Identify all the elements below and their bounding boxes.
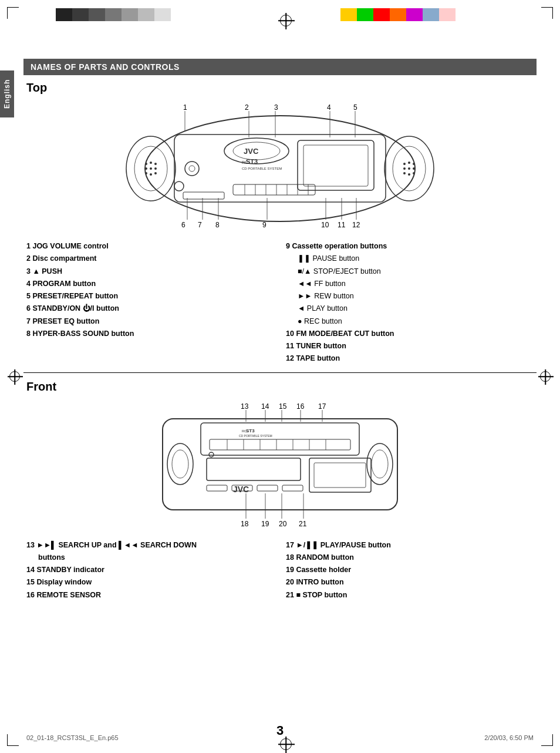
svg-text:JVC: JVC [233,485,249,494]
svg-text:19: 19 [261,520,269,528]
svg-rect-97 [314,463,366,488]
svg-rect-86 [210,439,350,450]
svg-rect-100 [257,485,278,491]
top-parts-col-right: 9 Cassette operation buttons ❚❚ PAUSE bu… [286,240,534,365]
top-section: Top 1 2 3 4 5 6 7 8 9 10 11 12 [23,81,537,365]
part-14: 14 STANDBY indicator [26,564,274,576]
svg-point-33 [403,172,406,174]
svg-text:10: 10 [321,221,329,229]
front-section-title: Front [26,380,537,394]
svg-point-35 [413,172,415,174]
svg-point-17 [150,162,152,164]
color-bars-left [56,8,171,21]
page-number: 3 [276,723,284,738]
language-tab: English [0,70,14,117]
svg-point-27 [403,163,406,165]
svg-point-16 [145,163,147,165]
svg-rect-43 [303,145,368,186]
svg-text:8: 8 [215,221,220,229]
part-9-play: ◄ PLAY button [286,302,534,315]
front-section: Front 13 14 15 16 17 18 19 20 21 [23,380,537,601]
svg-text:11: 11 [338,221,346,229]
part-20: 20 INTRO button [286,576,534,589]
svg-text:13: 13 [241,402,249,411]
svg-point-81 [372,450,388,478]
svg-rect-98 [207,485,227,491]
svg-rect-96 [309,458,371,492]
svg-text:12: 12 [352,221,360,229]
svg-point-21 [154,167,157,170]
crosshair-left-center [9,371,20,382]
svg-text:14: 14 [261,402,269,411]
top-parts-col-left: 1 JOG VOLUME control 2 Disc compartment … [26,240,274,365]
top-parts-list: 1 JOG VOLUME control 2 Disc compartment … [23,240,537,365]
front-device-diagram: 13 14 15 16 17 18 19 20 21 [116,398,444,533]
svg-rect-42 [298,140,374,190]
part-17: 17 ►/❚❚ PLAY/PAUSE button [286,539,534,552]
svg-point-31 [408,167,410,170]
part-10: 10 FM MODE/BEAT CUT button [286,328,534,340]
svg-text:2: 2 [245,103,249,112]
corner-mark-tl [7,7,19,19]
corner-mark-tr [541,7,553,19]
corner-mark-br [541,734,553,746]
part-18: 18 RANDOM button [286,552,534,564]
crosshair-right-center [540,371,551,382]
svg-point-79 [172,450,188,478]
svg-point-34 [408,173,410,176]
svg-point-52 [185,162,199,176]
svg-text:JVC: JVC [244,147,259,156]
main-content: NAMES OF PARTS AND CONTROLS Top 1 2 3 4 … [23,59,537,601]
part-3: 3 ▲ PUSH [26,265,274,278]
part-11: 11 TUNER button [286,340,534,352]
svg-text:CD PORTABLE SYSTEM: CD PORTABLE SYSTEM [242,167,282,170]
color-bars-right [340,8,456,21]
svg-point-18 [154,163,157,165]
part-9-rew: ►► REW button [286,290,534,302]
svg-point-22 [145,172,147,174]
svg-point-28 [408,162,410,164]
svg-point-24 [154,172,157,174]
svg-text:6: 6 [181,221,185,229]
svg-text:CD PORTABLE SYSTEM: CD PORTABLE SYSTEM [239,434,272,438]
svg-text:4: 4 [327,103,331,112]
svg-text:7: 7 [198,221,202,229]
part-13: 13 ►►▌ SEARCH UP and ▌◄◄ SEARCH DOWN [26,539,274,552]
page-header: NAMES OF PARTS AND CONTROLS [23,59,537,75]
part-7: 7 PRESET EQ button [26,315,274,328]
svg-point-32 [413,167,415,170]
corner-mark-bl [7,734,19,746]
part-12: 12 TAPE button [286,352,534,365]
part-9-ff: ◄◄ FF button [286,278,534,290]
svg-rect-55 [183,192,224,199]
part-9-rec: ● REC button [286,315,534,328]
front-parts-col-right: 17 ►/❚❚ PLAY/PAUSE button 18 RANDOM butt… [286,539,534,601]
svg-text:5: 5 [353,103,357,112]
part-19: 19 Cassette holder [286,564,534,576]
part-16: 16 REMOTE SENSOR [26,589,274,601]
section-divider [23,372,537,373]
svg-text:15: 15 [279,402,287,411]
svg-text:1: 1 [183,103,187,112]
svg-text:ST3: ST3 [246,158,258,165]
svg-point-102 [209,452,214,457]
part-8: 8 HYPER-BASS SOUND button [26,328,274,340]
front-parts-col-left: 13 ►►▌ SEARCH UP and ▌◄◄ SEARCH DOWN but… [26,539,274,601]
front-parts-list: 13 ►►▌ SEARCH UP and ▌◄◄ SEARCH DOWN but… [23,539,537,601]
part-9: 9 Cassette operation buttons [286,240,534,253]
footer-left: 02_01-18_RCST3SL_E_En.p65 [26,734,119,741]
svg-text:9: 9 [262,221,266,229]
svg-text:18: 18 [241,520,249,528]
part-9-stop: ■/▲ STOP/EJECT button [286,265,534,278]
svg-point-23 [150,173,152,176]
part-4: 4 PROGRAM button [26,278,274,290]
svg-text:21: 21 [299,520,307,528]
footer-right: 2/20/03, 6:50 PM [484,734,534,741]
top-device-diagram: 1 2 3 4 5 6 7 8 9 10 11 12 [116,99,444,234]
part-21: 21 ■ STOP button [286,589,534,601]
svg-point-30 [403,167,406,170]
svg-point-20 [150,167,152,170]
svg-text:16: 16 [296,402,305,411]
svg-rect-77 [163,419,397,510]
part-2: 2 Disc compartment [26,253,274,265]
